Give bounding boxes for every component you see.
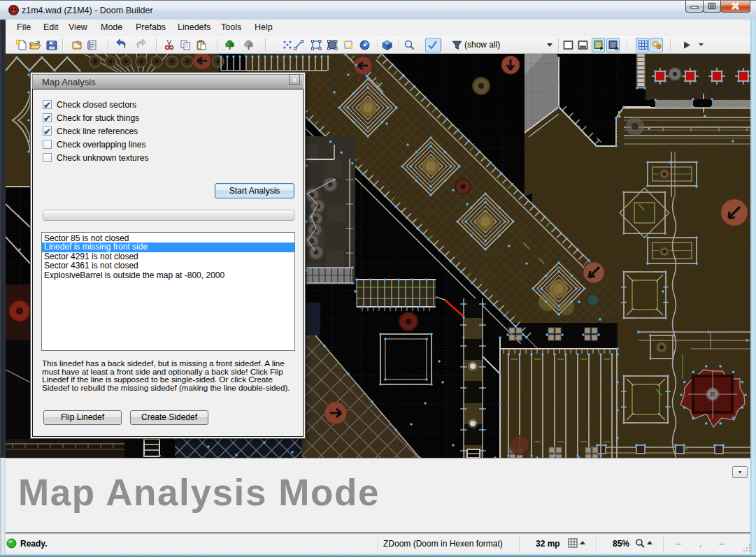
svg-text:G: G [615, 46, 619, 51]
svg-text:F: F [600, 46, 604, 51]
